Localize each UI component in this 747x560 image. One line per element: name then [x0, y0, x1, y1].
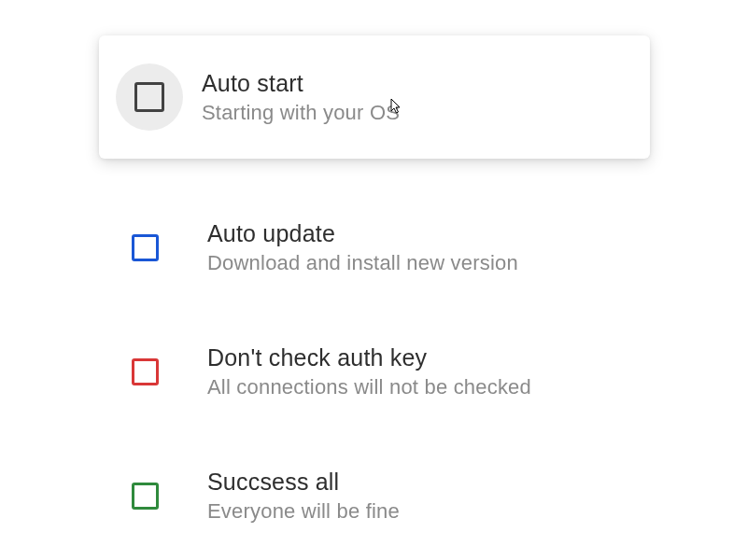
option-subtitle: All connections will not be checked [207, 375, 531, 399]
option-text: Don't check auth key All connections wil… [207, 344, 531, 399]
option-text: Succsess all Everyone will be fine [207, 469, 400, 524]
checkbox-icon[interactable] [132, 483, 159, 510]
option-title: Succsess all [207, 469, 400, 496]
checkbox-wrap [129, 232, 161, 264]
option-auto-start[interactable]: Auto start Starting with your OS [99, 35, 650, 159]
option-text: Auto start Starting with your OS [202, 70, 400, 125]
option-title: Auto update [207, 220, 518, 247]
checkbox-icon[interactable] [134, 82, 164, 112]
checkbox-icon[interactable] [132, 358, 159, 385]
option-title: Auto start [202, 70, 400, 97]
option-auto-update[interactable]: Auto update Download and install new ver… [99, 203, 650, 292]
option-subtitle: Everyone will be fine [207, 499, 400, 524]
option-dont-check-auth[interactable]: Don't check auth key All connections wil… [99, 328, 650, 416]
option-text: Auto update Download and install new ver… [207, 220, 518, 275]
option-success-all[interactable]: Succsess all Everyone will be fine [99, 452, 650, 540]
option-title: Don't check auth key [207, 344, 531, 371]
checkbox-icon[interactable] [132, 234, 159, 261]
checkbox-wrap [129, 481, 161, 512]
option-subtitle: Download and install new version [207, 251, 518, 275]
settings-list: Auto start Starting with your OS Auto up… [99, 35, 650, 540]
checkbox-wrap [116, 63, 183, 131]
option-subtitle: Starting with your OS [202, 101, 400, 125]
checkbox-wrap [129, 357, 161, 388]
